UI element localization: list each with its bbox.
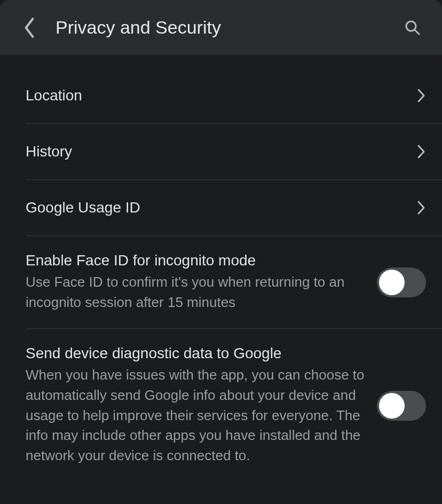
- toggle-knob: [379, 270, 405, 295]
- face-id-text: Enable Face ID for incognito mode Use Fa…: [26, 252, 377, 312]
- settings-list: Location History Google Usage ID Enab: [0, 55, 442, 482]
- toggle-knob: [379, 393, 405, 419]
- diagnostics-text: Send device diagnostic data to Google Wh…: [26, 345, 377, 466]
- diagnostics-toggle-item: Send device diagnostic data to Google Wh…: [0, 329, 442, 482]
- diagnostics-title: Send device diagnostic data to Google: [26, 345, 366, 362]
- face-id-title: Enable Face ID for incognito mode: [26, 252, 366, 269]
- chevron-left-icon: [22, 17, 37, 39]
- history-label: History: [26, 143, 416, 160]
- chevron-right-icon: [416, 200, 426, 216]
- chevron-right-icon: [416, 144, 426, 160]
- location-item[interactable]: Location: [0, 68, 442, 123]
- face-id-toggle-item: Enable Face ID for incognito mode Use Fa…: [0, 236, 442, 328]
- page-title: Privacy and Security: [56, 17, 399, 38]
- face-id-description: Use Face ID to confirm it's you when ret…: [26, 272, 366, 312]
- chevron-right-icon: [416, 88, 426, 104]
- back-button[interactable]: [16, 14, 43, 41]
- search-icon: [404, 19, 421, 36]
- search-button[interactable]: [399, 14, 426, 41]
- diagnostics-description: When you have issues with the app, you c…: [26, 365, 366, 466]
- face-id-toggle[interactable]: [377, 267, 426, 297]
- history-item[interactable]: History: [0, 124, 442, 179]
- diagnostics-toggle[interactable]: [377, 391, 426, 421]
- svg-line-1: [415, 30, 419, 34]
- header: Privacy and Security: [0, 0, 442, 55]
- location-label: Location: [26, 87, 416, 104]
- google-usage-id-item[interactable]: Google Usage ID: [0, 180, 442, 235]
- google-usage-id-label: Google Usage ID: [26, 199, 416, 216]
